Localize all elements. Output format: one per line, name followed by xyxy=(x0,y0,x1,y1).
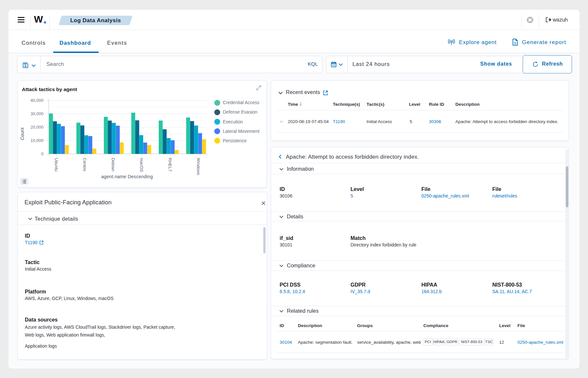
svg-text:20,000: 20,000 xyxy=(30,125,43,130)
svg-text:RHEL7: RHEL7 xyxy=(168,158,172,172)
svg-text:0: 0 xyxy=(41,151,43,156)
svg-text:Ubuntu: Ubuntu xyxy=(54,158,59,172)
svg-text:10,000: 10,000 xyxy=(30,138,43,143)
svg-text:macOS: macOS xyxy=(139,158,144,172)
svg-text:Centos: Centos xyxy=(82,158,87,172)
svg-text:40,000: 40,000 xyxy=(30,98,43,103)
svg-text:agent.name Descending: agent.name Descending xyxy=(101,174,153,179)
svg-text:30,000: 30,000 xyxy=(30,111,43,116)
svg-text:Debian: Debian xyxy=(111,158,116,171)
svg-text:Count: Count xyxy=(20,128,25,140)
svg-text:Windows: Windows xyxy=(196,158,201,175)
